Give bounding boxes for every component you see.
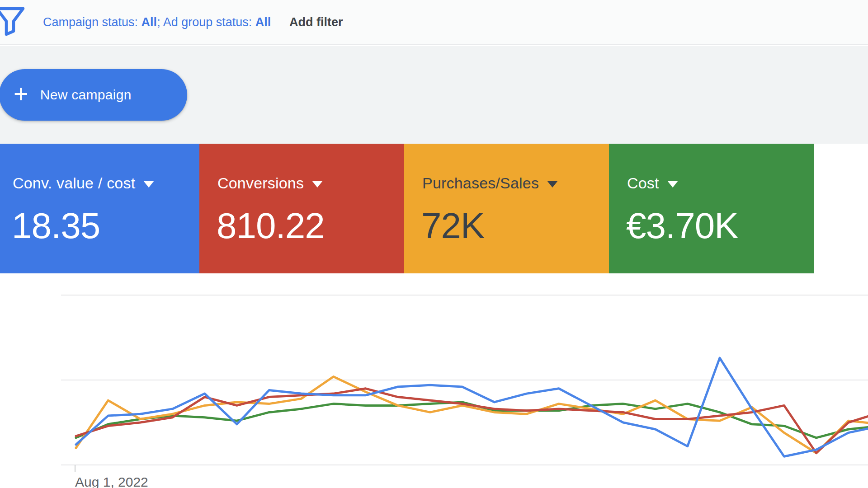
performance-line-chart[interactable]: Aug 1, 2022 — [0, 0, 868, 488]
x-axis-first-date-label: Aug 1, 2022 — [75, 474, 148, 488]
chart-series-lines[interactable] — [76, 358, 868, 456]
series-line-purchases-sales[interactable] — [76, 377, 868, 453]
chart-gridlines — [61, 295, 868, 472]
ads-overview-page: Campaign status: All; Ad group status: A… — [0, 0, 868, 488]
